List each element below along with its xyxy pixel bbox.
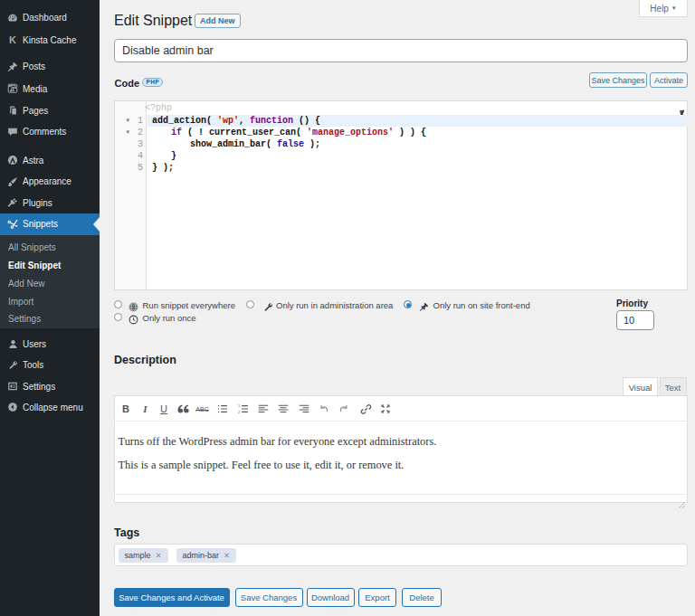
svg-text:2: 2: [238, 410, 241, 414]
svg-text:1: 1: [238, 403, 241, 408]
